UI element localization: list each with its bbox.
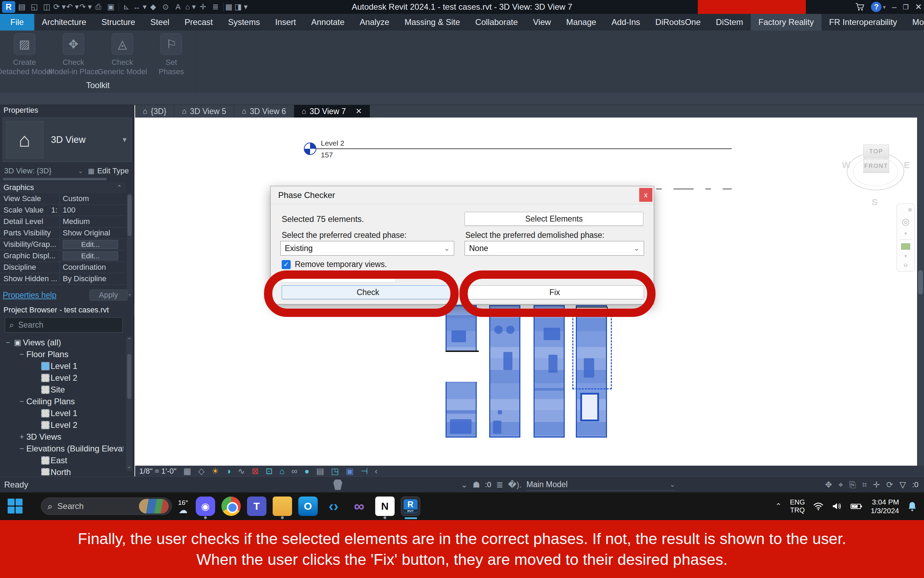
volume-icon[interactable]	[832, 502, 842, 510]
revit-logo[interactable]: R	[2, 1, 15, 13]
property-row[interactable]: Scale Value1:100	[0, 205, 125, 216]
level-name-label[interactable]: Level 2	[321, 139, 345, 147]
language-switcher[interactable]: ENG TRQ	[790, 498, 805, 514]
print-icon[interactable]: ⎙	[92, 1, 104, 13]
editable-worksets-icon[interactable]: ☗	[473, 480, 480, 490]
model-element-column[interactable]	[534, 305, 565, 438]
chevron-down-icon[interactable]: ▾	[904, 231, 907, 236]
property-value[interactable]: Custom	[60, 193, 125, 204]
design-options-icon[interactable]: �).	[508, 480, 521, 490]
tree-item-level-1[interactable]: Level 1	[0, 360, 123, 372]
select-by-face-icon[interactable]: ⌗	[862, 480, 867, 490]
check-generic-model-button[interactable]: ◬CheckGeneric Model	[99, 33, 145, 76]
edit-button[interactable]: Edit...	[63, 252, 118, 260]
demolished-phase-dropdown[interactable]: None⌄	[464, 241, 644, 255]
ribbon-tab-view[interactable]: View	[526, 14, 559, 31]
viewcube-east[interactable]: E	[904, 160, 910, 170]
check-model-in-place-button[interactable]: ✥CheckModel-in Place	[50, 33, 96, 76]
redo-icon[interactable]: ↷ ▾	[79, 1, 92, 13]
apply-button[interactable]: Apply	[89, 289, 128, 300]
worksets-dialog-icon[interactable]: ≣	[496, 480, 503, 490]
collapse-bar-icon[interactable]: ‹	[375, 466, 378, 476]
viewcube-south[interactable]: S	[872, 197, 877, 208]
tree-item-east[interactable]: East	[0, 455, 123, 466]
vscode-app-icon[interactable]: ‹›	[324, 497, 343, 516]
ribbon-tab-modify[interactable]: Modify	[905, 14, 924, 31]
teams-app-icon[interactable]: T	[247, 497, 266, 516]
cart-icon[interactable]	[855, 2, 865, 11]
tree-item-level-2[interactable]: Level 2	[0, 372, 123, 384]
file-explorer-app-icon[interactable]	[273, 497, 292, 516]
extra-tools-icon[interactable]: ▦ ◨ ▾	[225, 1, 248, 13]
undo-icon[interactable]: ↶ ▾	[66, 1, 79, 13]
chrome-app-icon[interactable]	[222, 497, 241, 516]
property-value[interactable]: 100	[60, 205, 125, 216]
section-box-icon[interactable]: ▣	[346, 466, 354, 476]
crop-view-icon[interactable]: ⊠	[252, 466, 259, 476]
ribbon-tab-massing-site[interactable]: Massing & Site	[397, 14, 468, 31]
ribbon-tab-fr-interoperability[interactable]: FR Interoperability	[822, 14, 905, 31]
property-row[interactable]: View ScaleCustom	[0, 193, 125, 205]
visual-style-icon[interactable]: ◇	[198, 466, 204, 476]
ribbon-tab-add-ins[interactable]: Add-Ins	[604, 14, 648, 31]
revit-app-icon[interactable]: RRVT	[401, 497, 420, 516]
outlook-app-icon[interactable]: O	[298, 497, 318, 516]
property-value[interactable]: Show Original	[60, 227, 125, 239]
property-value[interactable]: Edit...	[60, 250, 125, 261]
open-icon[interactable]: ◱	[28, 1, 40, 13]
options-icon[interactable]: ⊖	[903, 262, 908, 268]
ribbon-tab-file[interactable]: File	[0, 14, 34, 31]
visual-studio-app-icon[interactable]: ∞	[350, 497, 369, 516]
tree-item-3d-views[interactable]: +3D Views	[0, 431, 123, 443]
weather-widget[interactable]: 16° ☁	[178, 499, 188, 513]
ribbon-tab-analyze[interactable]: Analyze	[352, 14, 397, 31]
type-selector[interactable]: ⌂ 3D View ▾	[3, 117, 132, 162]
filter-icon[interactable]: ▽	[900, 480, 906, 490]
chevron-down-icon[interactable]: ⌄	[461, 480, 468, 490]
ribbon-tab-steel[interactable]: Steel	[143, 14, 177, 31]
edit-button[interactable]: Edit...	[63, 240, 118, 249]
sketchy-lines-icon[interactable]: ∿	[238, 466, 244, 476]
elevation-icon[interactable]: ⊙	[160, 1, 172, 13]
tray-chevron-icon[interactable]: ⌃	[775, 502, 781, 511]
property-row[interactable]: Detail LevelMedium	[0, 216, 125, 227]
close-button[interactable]: ✕	[915, 2, 922, 12]
ribbon-tab-manage[interactable]: Manage	[558, 14, 604, 31]
create-detached-model-button[interactable]: ▨CreateDetached Model	[2, 33, 47, 76]
tree-item-elevations-building-elevation-[interactable]: −Elevations (Building Elevation)	[0, 443, 123, 455]
wifi-icon[interactable]	[813, 502, 824, 510]
ribbon-tab-systems[interactable]: Systems	[220, 14, 267, 31]
collapse-icon[interactable]: −	[3, 338, 13, 347]
viewcube-front-face[interactable]: FRONT	[863, 159, 889, 173]
default-3d-view-icon[interactable]: ⌂ ▾	[184, 1, 196, 13]
horizontal-scrollbar[interactable]	[3, 178, 107, 180]
chevron-down-icon[interactable]: ▾	[904, 253, 907, 259]
collapse-section-icon[interactable]: ⌃	[117, 184, 122, 192]
expand-icon[interactable]: +	[17, 432, 26, 442]
property-value[interactable]: Edit...	[60, 239, 125, 250]
property-row[interactable]: Parts VisibilityShow Original	[0, 227, 125, 239]
property-value[interactable]: Medium	[60, 216, 125, 227]
collapse-icon[interactable]: −	[17, 444, 26, 453]
instance-selector[interactable]: 3D View: {3D}	[3, 166, 78, 175]
design-options-dropdown[interactable]: Main Model⌄	[526, 479, 675, 490]
sync-icon[interactable]: ⟳ ▾	[53, 1, 66, 13]
close-navbar-icon[interactable]: ⊗	[908, 207, 912, 213]
view-tab--3d-[interactable]: ⌂{3D}	[135, 105, 174, 117]
loom-app-icon[interactable]: ◉	[196, 497, 215, 516]
zoom-icon[interactable]	[901, 244, 910, 250]
notification-bell-icon[interactable]	[907, 501, 917, 511]
set-phases-button[interactable]: ⚐SetPhases	[148, 33, 194, 76]
displaced-elements-icon[interactable]: ◳	[331, 466, 339, 476]
crop-region-icon[interactable]: ⊡	[266, 466, 273, 476]
chevron-down-icon[interactable]: ⌄	[78, 167, 83, 175]
text-icon[interactable]: A	[172, 1, 184, 13]
view-scale-button[interactable]: 1/8" = 1'-0"	[139, 467, 176, 476]
steering-wheel-icon[interactable]: ◎	[902, 216, 910, 227]
measure-icon[interactable]: ⊣	[361, 466, 368, 476]
temporary-view-icon[interactable]: ●	[304, 466, 309, 476]
taskbar-search-input[interactable]: ⌕ Search	[41, 498, 172, 515]
tree-item-north[interactable]: North	[0, 466, 123, 476]
ribbon-tab-precast[interactable]: Precast	[177, 14, 220, 31]
canvas-vertical-scrollbar[interactable]	[917, 117, 924, 466]
